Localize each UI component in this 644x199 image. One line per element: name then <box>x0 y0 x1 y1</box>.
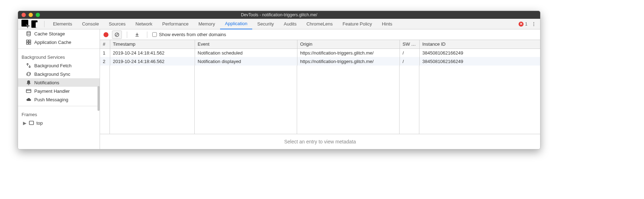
tab-feature-policy[interactable]: Feature Policy <box>338 19 377 29</box>
sidebar-item-label: Notifications <box>34 80 59 85</box>
tab-elements[interactable]: Elements <box>48 19 77 29</box>
sidebar-item-label: Background Sync <box>34 72 70 77</box>
tab-sources[interactable]: Sources <box>104 19 131 29</box>
cell-instance: 3845081062166249 <box>419 57 540 66</box>
frame-icon <box>29 120 34 126</box>
clear-button[interactable] <box>112 30 122 39</box>
table-row[interactable]: 22019-10-24 14:18:46.562Notification dis… <box>100 57 540 66</box>
column-header-origin[interactable]: Origin <box>297 40 400 49</box>
sidebar-item-background-sync[interactable]: Background Sync <box>18 70 100 78</box>
bell-icon <box>26 80 31 85</box>
sidebar-item-frame-top[interactable]: ▶ top <box>18 119 100 127</box>
cell-origin: https://notification-triggers.glitch.me/ <box>297 49 400 57</box>
tab-performance[interactable]: Performance <box>157 19 193 29</box>
sidebar-item-label: Cache Storage <box>34 31 65 36</box>
svg-rect-8 <box>29 40 31 42</box>
column-header-sw-scope[interactable]: SW … <box>400 40 419 49</box>
sidebar-item-label: Payment Handler <box>34 89 70 94</box>
application-sidebar: Cache Storage Application Cache Backgrou… <box>18 29 100 149</box>
error-icon: ✕ <box>519 22 524 27</box>
cell-origin: https://notification-triggers.glitch.me/ <box>297 57 400 66</box>
main-panel: Show events from other domains # Timesta… <box>100 29 540 149</box>
credit-card-icon <box>26 88 31 94</box>
error-count-badge[interactable]: ✕ 1 <box>519 22 527 27</box>
divider <box>18 49 100 49</box>
column-header-instance-id[interactable]: Instance ID <box>419 40 540 49</box>
record-button[interactable] <box>104 32 108 37</box>
column-header-number[interactable]: # <box>100 40 110 49</box>
zoom-window-button[interactable] <box>36 13 40 17</box>
disclosure-triangle-icon[interactable]: ▶ <box>23 120 26 126</box>
sidebar-item-label: Application Cache <box>34 40 71 45</box>
sidebar-item-cache-storage[interactable]: Cache Storage <box>18 29 100 38</box>
tab-console[interactable]: Console <box>77 19 104 29</box>
table-row[interactable]: 12019-10-24 14:18:41.562Notification sch… <box>100 49 540 57</box>
window-titlebar: DevTools - notification-triggers.glitch.… <box>18 11 540 19</box>
more-menu-icon[interactable] <box>530 22 537 27</box>
cell-sw: / <box>400 57 419 66</box>
tab-audits[interactable]: Audits <box>279 19 301 29</box>
download-button[interactable] <box>132 30 142 39</box>
svg-rect-11 <box>26 90 31 93</box>
cell-num: 2 <box>100 57 110 66</box>
cloud-icon <box>26 97 31 102</box>
column-header-event[interactable]: Event <box>195 40 297 49</box>
divider <box>18 106 100 106</box>
sidebar-item-background-fetch[interactable]: Background Fetch <box>18 61 100 70</box>
close-window-button[interactable] <box>22 13 26 17</box>
device-toolbar-icon[interactable] <box>31 19 41 29</box>
svg-rect-9 <box>26 42 28 44</box>
sidebar-item-label: Background Fetch <box>34 63 72 68</box>
cell-event: Notification displayed <box>195 57 297 66</box>
svg-point-3 <box>533 22 534 23</box>
cell-sw: / <box>400 49 419 57</box>
minimize-window-button[interactable] <box>29 13 33 17</box>
cell-timestamp: 2019-10-24 14:18:46.562 <box>110 57 195 66</box>
sidebar-header-background-services: Background Services <box>18 51 100 61</box>
svg-rect-10 <box>29 42 31 44</box>
error-count: 1 <box>525 22 527 27</box>
events-table: # Timestamp Event Origin SW … Instance I… <box>100 40 540 66</box>
grid-icon <box>26 39 31 45</box>
svg-point-5 <box>533 25 534 26</box>
detail-placeholder: Select an entry to view metadata <box>100 134 540 149</box>
tab-network[interactable]: Network <box>131 19 158 29</box>
sync-icon <box>26 71 31 77</box>
sidebar-item-label: top <box>36 120 43 126</box>
sidebar-header-frames: Frames <box>18 108 100 119</box>
tab-chromelens[interactable]: ChromeLens <box>301 19 337 29</box>
divider <box>44 21 45 27</box>
tab-hints[interactable]: Hints <box>377 19 397 29</box>
sidebar-item-label: Push Messaging <box>34 97 68 102</box>
window-title: DevTools - notification-triggers.glitch.… <box>18 12 540 17</box>
sidebar-item-payment-handler[interactable]: Payment Handler <box>18 87 100 95</box>
events-toolbar: Show events from other domains <box>100 29 540 40</box>
svg-point-4 <box>533 23 534 24</box>
inspect-element-icon[interactable] <box>21 19 31 29</box>
sidebar-item-application-cache[interactable]: Application Cache <box>18 38 100 46</box>
database-icon <box>26 31 31 36</box>
divider <box>127 32 127 38</box>
show-other-domains-checkbox[interactable]: Show events from other domains <box>152 32 226 37</box>
checkbox-label: Show events from other domains <box>159 32 226 37</box>
svg-rect-2 <box>36 22 40 28</box>
cell-num: 1 <box>100 49 110 57</box>
tab-security[interactable]: Security <box>252 19 279 29</box>
svg-rect-12 <box>29 121 34 125</box>
cell-instance: 3845081062166249 <box>419 49 540 57</box>
tab-memory[interactable]: Memory <box>194 19 220 29</box>
cell-event: Notification scheduled <box>195 49 297 57</box>
devtools-tabstrip: ElementsConsoleSourcesNetworkPerformance… <box>18 19 540 29</box>
sidebar-item-push-messaging[interactable]: Push Messaging <box>18 95 100 104</box>
divider <box>147 32 147 38</box>
sidebar-item-notifications[interactable]: Notifications <box>18 78 100 87</box>
cell-timestamp: 2019-10-24 14:18:41.562 <box>110 49 195 57</box>
svg-rect-7 <box>26 40 28 42</box>
tab-application[interactable]: Application <box>220 19 253 29</box>
checkbox-input[interactable] <box>152 32 157 37</box>
fetch-icon <box>26 63 31 68</box>
svg-point-6 <box>27 32 30 33</box>
column-header-timestamp[interactable]: Timestamp <box>110 40 195 49</box>
